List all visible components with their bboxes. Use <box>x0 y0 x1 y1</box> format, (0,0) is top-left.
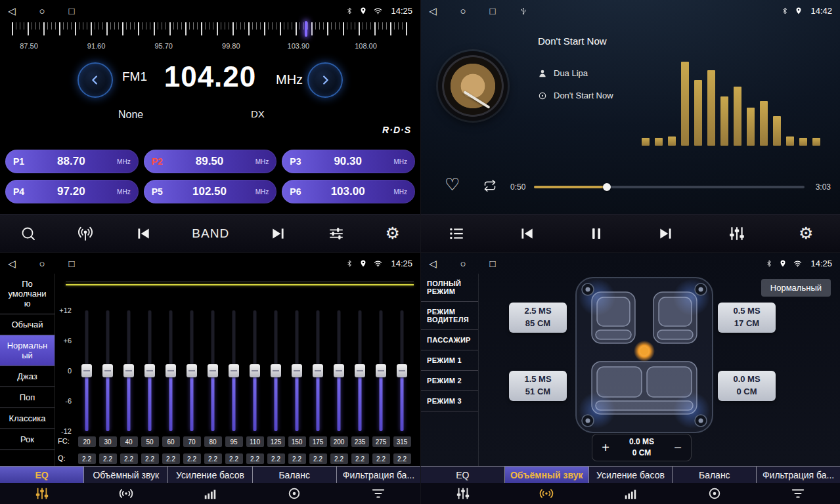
tab-bass-boost-button[interactable] <box>588 486 673 501</box>
slider-handle[interactable] <box>208 364 218 377</box>
eq-band-slider[interactable] <box>223 310 244 431</box>
playlist-button[interactable] <box>448 225 465 242</box>
tab-balance-button[interactable] <box>252 486 336 501</box>
eq-preset-item[interactable]: Обычай <box>0 314 55 335</box>
slider-handle[interactable] <box>292 364 302 377</box>
tab-surround-button[interactable] <box>84 486 168 501</box>
eq-band-slider[interactable] <box>118 310 139 431</box>
eq-band-slider[interactable] <box>286 310 307 431</box>
aps-button[interactable] <box>77 225 94 242</box>
eq-preset-item[interactable]: Классика <box>0 408 55 429</box>
settings-button[interactable]: ⚙ <box>799 225 813 242</box>
frequency-ruler[interactable] <box>12 22 409 35</box>
eq-band-slider[interactable] <box>139 310 160 431</box>
eq-preset-item[interactable]: Джаз <box>0 366 55 387</box>
recents-button[interactable]: □ <box>490 259 496 268</box>
back-button[interactable]: ◁ <box>8 259 16 268</box>
tab-eq-button[interactable] <box>0 486 84 501</box>
next-station-button[interactable] <box>270 225 287 242</box>
eq-preset-item[interactable]: Нормальный <box>0 335 55 366</box>
tune-down-button[interactable] <box>77 62 113 98</box>
favorite-button[interactable]: ♡ <box>445 175 460 195</box>
tab-filter[interactable]: Фильтрация ба... <box>337 467 420 483</box>
delay-increase-button[interactable]: + <box>592 440 619 455</box>
tab-balance[interactable]: Баланс <box>253 467 337 483</box>
slider-handle[interactable] <box>81 364 92 377</box>
recents-button[interactable]: □ <box>69 6 75 16</box>
tune-up-button[interactable] <box>307 62 343 98</box>
slider-handle[interactable] <box>313 364 323 377</box>
eq-band-slider[interactable] <box>160 310 181 431</box>
slider-handle[interactable] <box>250 364 260 377</box>
eq-band-slider[interactable] <box>265 310 286 431</box>
slider-handle[interactable] <box>397 364 407 377</box>
recents-button[interactable]: □ <box>490 6 496 16</box>
tab-surround-button[interactable] <box>505 486 589 501</box>
slider-handle[interactable] <box>166 364 176 377</box>
slider-handle[interactable] <box>271 364 281 377</box>
next-track-button[interactable] <box>657 225 674 242</box>
tab-balance-button[interactable] <box>673 486 757 501</box>
eq-band-slider[interactable] <box>370 310 391 431</box>
band-button[interactable]: BAND <box>192 226 229 241</box>
tab-surround[interactable]: Объёмный звук <box>84 467 168 483</box>
tab-balance[interactable]: Баланс <box>673 467 757 483</box>
tab-bass-boost-button[interactable] <box>168 486 252 501</box>
tab-eq-button[interactable] <box>421 486 505 501</box>
settings-button[interactable]: ⚙ <box>386 225 400 242</box>
eq-band-slider[interactable] <box>349 310 370 431</box>
eq-band-slider[interactable] <box>202 310 223 431</box>
back-button[interactable]: ◁ <box>8 6 16 16</box>
tune-settings-button[interactable] <box>328 225 345 242</box>
eq-band-slider[interactable] <box>307 310 328 431</box>
delay-decrease-button[interactable]: − <box>665 440 691 455</box>
slider-handle[interactable] <box>187 364 197 377</box>
home-button[interactable]: ○ <box>39 6 45 16</box>
slider-handle[interactable] <box>355 364 365 377</box>
eq-band-slider[interactable] <box>76 310 97 431</box>
preset-p5[interactable]: P5102.50MHz <box>144 180 277 203</box>
back-button[interactable]: ◁ <box>429 259 437 268</box>
surround-mode-item[interactable]: ПАССАЖИР <box>421 330 478 350</box>
home-button[interactable]: ○ <box>39 259 45 268</box>
slider-handle[interactable] <box>144 364 155 377</box>
slider-handle[interactable] <box>376 364 386 377</box>
repeat-button[interactable] <box>481 179 498 195</box>
eq-band-slider[interactable] <box>391 310 412 431</box>
slider-handle[interactable] <box>334 364 344 377</box>
surround-mode-item[interactable]: ПОЛНЫЙ РЕЖИМ <box>421 274 478 302</box>
eq-band-slider[interactable] <box>181 310 202 431</box>
preset-p6[interactable]: P6103.00MHz <box>282 180 415 203</box>
tab-eq[interactable]: EQ <box>0 467 84 483</box>
preset-p3[interactable]: P390.30MHz <box>282 150 415 173</box>
preset-p4[interactable]: P497.20MHz <box>5 180 139 203</box>
recents-button[interactable]: □ <box>69 259 75 268</box>
surround-mode-item[interactable]: РЕЖИМ 1 <box>421 350 478 371</box>
previous-track-button[interactable] <box>518 225 535 242</box>
tab-eq[interactable]: EQ <box>421 467 505 483</box>
surround-preset-button[interactable]: Нормальный <box>761 279 831 297</box>
seek-knob[interactable] <box>603 183 611 191</box>
home-button[interactable]: ○ <box>460 259 466 268</box>
slider-handle[interactable] <box>123 364 134 377</box>
eq-preset-item[interactable]: По умолчанию <box>0 274 55 314</box>
surround-mode-item[interactable]: РЕЖИМ 3 <box>421 391 478 411</box>
eq-band-slider[interactable] <box>244 310 265 431</box>
tab-bass-boost[interactable]: Усиление басов <box>589 467 673 483</box>
back-button[interactable]: ◁ <box>429 6 437 16</box>
scan-button[interactable] <box>20 226 36 242</box>
tab-filter[interactable]: Фильтрация ба... <box>757 467 840 483</box>
tab-surround[interactable]: Объёмный звук <box>505 467 589 483</box>
tab-filter-button[interactable] <box>336 486 420 501</box>
eq-preset-item[interactable]: Поп <box>0 387 55 408</box>
tab-filter-button[interactable] <box>756 486 840 501</box>
pause-button[interactable] <box>588 226 604 242</box>
home-button[interactable]: ○ <box>460 6 466 16</box>
tab-bass-boost[interactable]: Усиление басов <box>168 467 252 483</box>
eq-preset-item[interactable]: Рок <box>0 429 55 450</box>
eq-band-slider[interactable] <box>97 310 118 431</box>
surround-mode-item[interactable]: РЕЖИМ 2 <box>421 371 478 391</box>
eq-band-slider[interactable] <box>328 310 349 431</box>
preset-p1[interactable]: P188.70MHz <box>5 150 139 173</box>
slider-handle[interactable] <box>102 364 113 377</box>
